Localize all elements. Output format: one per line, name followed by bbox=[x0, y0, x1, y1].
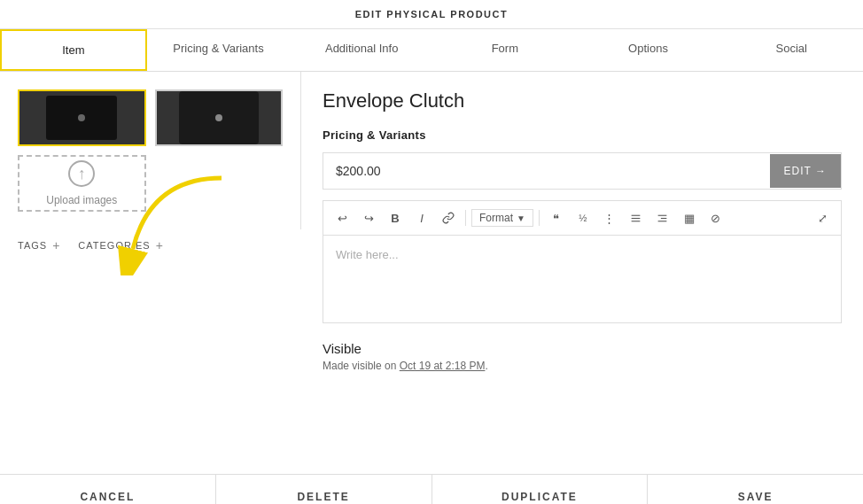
chevron-down-icon: ▼ bbox=[517, 213, 525, 223]
visible-label: Visible bbox=[323, 341, 842, 356]
page-header: EDIT PHYSICAL PRODUCT bbox=[0, 0, 863, 29]
image-grid: ↑ Upload images bbox=[18, 89, 283, 212]
tab-social[interactable]: Social bbox=[719, 29, 863, 71]
italic-button[interactable]: I bbox=[410, 206, 433, 229]
upload-label: Upload images bbox=[46, 194, 117, 206]
image-slot-2[interactable] bbox=[155, 89, 284, 146]
expand-button[interactable]: ⤢ bbox=[811, 206, 834, 229]
main-content: ↑ Upload images TAGS + CATEGO bbox=[0, 72, 863, 474]
cancel-button[interactable]: CANCEL bbox=[0, 475, 216, 504]
upload-icon: ↑ bbox=[68, 160, 95, 187]
tab-form[interactable]: Form bbox=[433, 29, 577, 71]
edit-price-button[interactable]: EDIT → bbox=[770, 154, 841, 188]
editor-area[interactable]: Write here... bbox=[323, 235, 842, 323]
redo-button[interactable]: ↪ bbox=[357, 206, 380, 229]
clutch-icon bbox=[179, 91, 259, 144]
pricing-variants-label: Pricing & Variants bbox=[323, 128, 842, 142]
tab-bar: Item Pricing & Variants Additional Info … bbox=[0, 29, 863, 72]
tab-additional[interactable]: Additional Info bbox=[290, 29, 433, 71]
image-section: ↑ Upload images bbox=[0, 72, 301, 229]
tags-add-icon[interactable]: + bbox=[52, 238, 60, 252]
tags-label: TAGS bbox=[18, 240, 47, 251]
meta-section: TAGS + CATEGORIES + bbox=[0, 229, 301, 261]
categories-add-icon[interactable]: + bbox=[156, 238, 164, 252]
image-thumb-2 bbox=[157, 91, 282, 144]
right-panel: Pricing & Variants $200.00 EDIT → ↩ ↪ B … bbox=[301, 72, 863, 474]
footer: CANCEL DELETE DUPLICATE SAVE bbox=[0, 474, 863, 504]
quote-button[interactable]: ❝ bbox=[545, 206, 568, 229]
visible-date: Made visible on Oct 19 at 2:18 PM. bbox=[323, 360, 842, 372]
tab-pricing[interactable]: Pricing & Variants bbox=[147, 29, 291, 71]
tags-item[interactable]: TAGS + bbox=[18, 238, 60, 252]
save-button[interactable]: SAVE bbox=[648, 475, 863, 504]
ordered-list-button[interactable]: ½ bbox=[571, 206, 595, 229]
price-row: $200.00 EDIT → bbox=[323, 152, 842, 190]
image-slot-1[interactable] bbox=[18, 89, 146, 146]
tab-options[interactable]: Options bbox=[577, 29, 720, 71]
empty-slot bbox=[155, 155, 284, 212]
indent-left-button[interactable] bbox=[625, 206, 648, 229]
categories-item[interactable]: CATEGORIES + bbox=[78, 238, 164, 252]
duplicate-button[interactable]: DUPLICATE bbox=[432, 475, 649, 504]
toolbar-sep-1 bbox=[465, 210, 466, 226]
price-value: $200.00 bbox=[323, 153, 770, 189]
link-button[interactable] bbox=[437, 206, 460, 229]
envelope-icon bbox=[46, 96, 117, 140]
delete-button[interactable]: DELETE bbox=[216, 475, 432, 504]
visible-date-link[interactable]: Oct 19 at 2:18 PM bbox=[400, 360, 486, 372]
upload-slot[interactable]: ↑ Upload images bbox=[18, 155, 146, 212]
indent-right-button[interactable] bbox=[651, 206, 674, 229]
left-panel: ↑ Upload images TAGS + CATEGO bbox=[0, 72, 301, 474]
toolbar-sep-2 bbox=[539, 210, 540, 226]
unordered-list-button[interactable]: ⋮ bbox=[598, 206, 621, 229]
page-title: EDIT PHYSICAL PRODUCT bbox=[355, 9, 508, 19]
clear-format-button[interactable]: ⊘ bbox=[704, 206, 727, 229]
product-title-input[interactable] bbox=[323, 89, 842, 112]
format-dropdown[interactable]: Format ▼ bbox=[471, 209, 533, 227]
table-button[interactable]: ▦ bbox=[678, 206, 701, 229]
visibility-section: Visible Made visible on Oct 19 at 2:18 P… bbox=[323, 341, 842, 372]
categories-label: CATEGORIES bbox=[78, 240, 150, 251]
editor-toolbar: ↩ ↪ B I Format ▼ ❝ ½ ⋮ ▦ ⊘ ⤢ bbox=[323, 200, 842, 235]
tab-item[interactable]: Item bbox=[0, 29, 147, 71]
undo-button[interactable]: ↩ bbox=[330, 206, 354, 229]
image-thumb-1 bbox=[19, 91, 144, 144]
bold-button[interactable]: B bbox=[384, 206, 407, 229]
editor-placeholder: Write here... bbox=[336, 248, 399, 261]
